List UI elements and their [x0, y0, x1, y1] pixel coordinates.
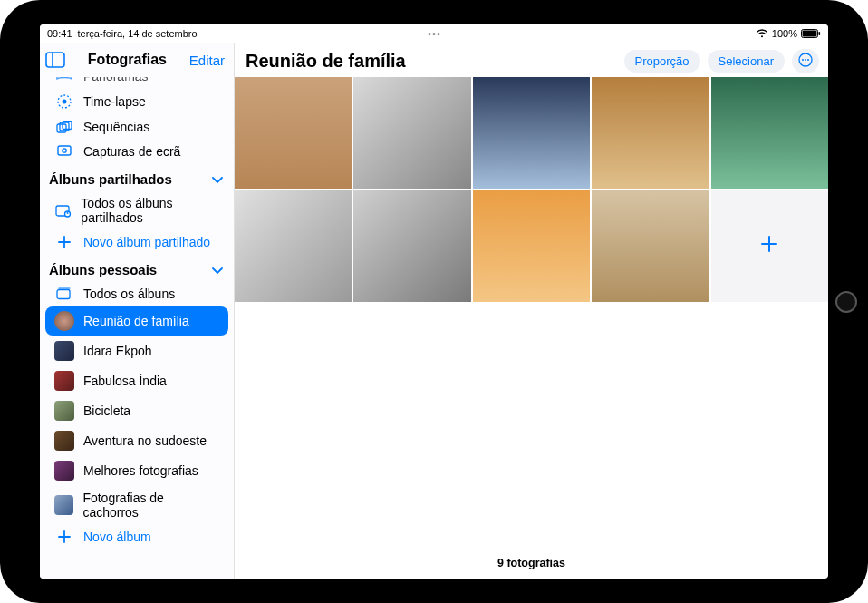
- svg-point-6: [63, 100, 67, 104]
- sidebar-item-panoramas[interactable]: Panoramas: [45, 77, 228, 88]
- status-bar: 09:41 terça-feira, 14 de setembro 100%: [40, 24, 828, 43]
- shared-album-icon: [54, 203, 72, 218]
- main-header: Reunião de família Proporção Selecionar: [235, 43, 828, 77]
- screen: 09:41 terça-feira, 14 de setembro 100%: [40, 24, 828, 579]
- sidebar-item-label: Novo álbum partilhado: [83, 235, 210, 249]
- sidebar-item-label: Panoramas: [83, 77, 149, 83]
- section-title: Álbuns pessoais: [49, 262, 157, 277]
- sidebar-item-label: Time-lapse: [83, 94, 146, 109]
- sidebar-header: Fotografias Editar: [40, 43, 234, 77]
- sidebar-item-timelapse[interactable]: Time-lapse: [45, 89, 228, 114]
- sidebar-item-label: Aventura no sudoeste: [83, 433, 207, 448]
- svg-rect-1: [803, 31, 817, 37]
- album-thumbnail: [54, 495, 73, 515]
- svg-point-17: [802, 59, 804, 61]
- album-thumbnail: [54, 371, 74, 391]
- ellipsis-icon: [798, 53, 813, 70]
- album-thumbnail: [54, 461, 74, 481]
- sidebar-item-all-shared[interactable]: Todos os álbuns partilhados: [45, 191, 228, 229]
- add-photo-button[interactable]: [711, 190, 828, 302]
- album-thumbnail: [54, 401, 74, 421]
- sidebar-item-label: Todos os álbuns: [83, 287, 175, 301]
- aspect-button[interactable]: Proporção: [624, 50, 700, 73]
- sidebar-album-india[interactable]: Fabulosa Índia: [45, 366, 228, 395]
- sidebar-item-new-shared[interactable]: Novo álbum partilhado: [45, 230, 228, 254]
- svg-point-11: [63, 149, 66, 152]
- photo-thumbnail[interactable]: [235, 77, 352, 189]
- sidebar-item-label: Capturas de ecrã: [83, 144, 180, 159]
- album-thumbnail: [54, 431, 74, 451]
- sidebar-item-label: Bicicleta: [83, 404, 130, 418]
- ipad-frame: 09:41 terça-feira, 14 de setembro 100%: [0, 0, 868, 603]
- sidebar-album-idara[interactable]: Idara Ekpoh: [45, 336, 228, 365]
- panorama-icon: [54, 77, 74, 82]
- photo-thumbnail[interactable]: [473, 190, 590, 302]
- burst-icon: [54, 121, 74, 133]
- albums-icon: [54, 287, 74, 300]
- multitask-dots[interactable]: [429, 33, 440, 35]
- chevron-down-icon: [212, 262, 223, 277]
- sidebar-item-label: Sequências: [83, 120, 149, 134]
- sidebar-item-label: Fabulosa Índia: [83, 374, 167, 388]
- plus-icon: [758, 232, 780, 261]
- sidebar-item-bursts[interactable]: Sequências: [45, 115, 228, 139]
- sidebar-album-southwest[interactable]: Aventura no sudoeste: [45, 426, 228, 455]
- sidebar-item-label: Idara Ekpoh: [83, 344, 152, 358]
- photo-thumbnail[interactable]: [592, 77, 709, 189]
- svg-rect-15: [57, 290, 70, 299]
- sidebar-item-screenshots[interactable]: Capturas de ecrã: [45, 140, 228, 163]
- photo-thumbnail[interactable]: [592, 190, 709, 302]
- more-button[interactable]: [792, 49, 819, 73]
- wifi-icon: [756, 29, 768, 38]
- select-button[interactable]: Selecionar: [708, 50, 785, 73]
- plus-icon: [54, 235, 74, 249]
- svg-rect-2: [819, 32, 821, 35]
- photo-thumbnail[interactable]: [353, 77, 470, 189]
- sidebar-list[interactable]: Panoramas Time-lapse Sequências: [40, 77, 234, 579]
- sidebar-item-all-albums[interactable]: Todos os álbuns: [45, 282, 228, 306]
- sidebar-title: Fotografias: [65, 52, 189, 68]
- sidebar-album-family-reunion[interactable]: Reunião de família: [45, 306, 228, 336]
- photo-thumbnail[interactable]: [711, 77, 828, 189]
- status-date: terça-feira, 14 de setembro: [78, 28, 198, 39]
- plus-icon: [54, 530, 74, 544]
- sidebar: Fotografias Editar Panoramas: [40, 43, 235, 579]
- photo-grid: [235, 77, 828, 302]
- screenshot-icon: [54, 144, 74, 159]
- photo-count-label: 9 fotografias: [235, 551, 828, 579]
- sidebar-item-new-album[interactable]: Novo álbum: [45, 525, 228, 549]
- album-title: Reunião de família: [246, 51, 617, 72]
- status-time: 09:41: [47, 28, 72, 39]
- sidebar-item-label: Todos os álbuns partilhados: [81, 196, 219, 225]
- album-thumbnail: [54, 341, 74, 361]
- photo-grid-scroll[interactable]: [235, 77, 828, 551]
- section-shared-albums[interactable]: Álbuns partilhados: [40, 164, 234, 190]
- section-title: Álbuns partilhados: [49, 171, 172, 187]
- sidebar-item-label: Reunião de família: [83, 314, 189, 328]
- sidebar-item-label: Novo álbum: [83, 530, 151, 544]
- main-content: Reunião de família Proporção Selecionar: [235, 43, 828, 579]
- svg-point-18: [805, 59, 806, 61]
- album-thumbnail: [54, 311, 74, 331]
- edit-button[interactable]: Editar: [189, 53, 225, 68]
- photos-app: Fotografias Editar Panoramas: [40, 43, 828, 579]
- svg-rect-3: [46, 53, 64, 67]
- svg-rect-10: [58, 146, 71, 155]
- battery-full-icon: [801, 29, 821, 38]
- sidebar-album-bicycle[interactable]: Bicicleta: [45, 396, 228, 425]
- sidebar-toggle-icon[interactable]: [45, 52, 65, 68]
- chevron-down-icon: [212, 171, 223, 187]
- battery-percent: 100%: [772, 28, 797, 39]
- svg-point-19: [807, 59, 809, 61]
- sidebar-album-puppies[interactable]: Fotografias de cachorros: [45, 486, 228, 524]
- sidebar-item-label: Melhores fotografias: [83, 463, 198, 478]
- timelapse-icon: [54, 93, 74, 110]
- section-personal-albums[interactable]: Álbuns pessoais: [40, 255, 234, 281]
- svg-point-14: [66, 212, 68, 214]
- photo-thumbnail[interactable]: [235, 190, 352, 302]
- photo-thumbnail[interactable]: [473, 77, 590, 189]
- home-button[interactable]: [835, 291, 857, 313]
- photo-thumbnail[interactable]: [353, 190, 470, 302]
- sidebar-album-best-photos[interactable]: Melhores fotografias: [45, 456, 228, 485]
- sidebar-item-label: Fotografias de cachorros: [82, 491, 219, 520]
